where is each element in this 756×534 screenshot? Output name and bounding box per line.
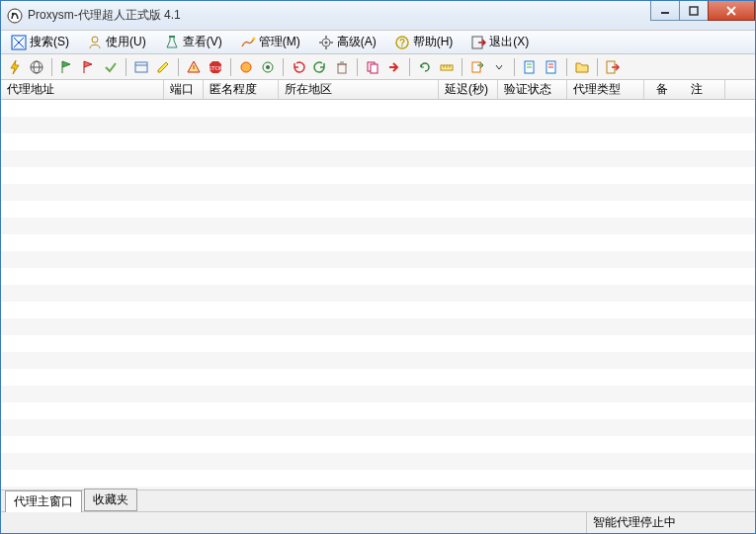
tab-label: 收藏夹 [93,492,128,506]
svg-rect-32 [338,64,346,73]
reload-green-icon[interactable] [310,57,330,77]
col-label: 延迟(秒) [445,81,488,98]
menu-label: 使用(U) [106,34,146,50]
separator [126,58,126,76]
menu-manage[interactable]: 管理(M) [234,32,306,52]
chevron-down-icon[interactable] [489,57,509,77]
svg-point-0 [8,9,22,23]
tabbar: 代理主窗口 收藏夹 [1,490,755,511]
col-label: 端口 [170,81,194,98]
statusbar: 智能代理停止中 [1,511,755,533]
menu-advanced[interactable]: 高级(A) [312,32,382,52]
svg-point-13 [324,41,327,44]
close-button[interactable] [708,1,755,21]
list-row-empty [1,134,755,150]
list-row-empty [1,268,755,285]
list-row-empty [1,251,755,268]
ruler-icon[interactable] [437,57,457,77]
window-controls [651,1,755,30]
menu-help[interactable]: ? 帮助(H) [388,32,460,52]
flask-icon [164,35,180,50]
col-label: 代理类型 [573,81,621,98]
separator [597,58,598,76]
col-label: 验证状态 [504,81,551,98]
minimize-button[interactable] [650,1,680,21]
titlebar: Proxysm-代理超人正式版 4.1 [1,1,755,31]
quit-icon[interactable] [603,57,623,77]
window-icon[interactable] [131,57,151,77]
menu-use[interactable]: 使用(U) [81,32,152,52]
list-row-empty [1,369,755,386]
list-row-empty [1,386,755,402]
col-label: 备 注 [656,81,713,98]
help-icon: ? [394,35,410,50]
stop-icon[interactable]: STOP [206,57,225,77]
col-address[interactable]: 代理地址 [1,80,164,99]
separator [462,58,462,76]
svg-point-29 [241,62,251,72]
flag-red-icon[interactable] [79,57,99,77]
user-icon [87,35,103,50]
svg-text:?: ? [399,38,405,48]
svg-point-11 [252,37,255,40]
svg-rect-41 [472,62,480,72]
menu-label: 查看(V) [183,34,222,50]
gear-icon [318,35,334,50]
svg-rect-10 [169,36,175,38]
svg-rect-24 [135,62,147,72]
col-region[interactable]: 所在地区 [279,80,439,99]
list-body[interactable] [1,100,755,490]
col-delay[interactable]: 延迟(秒) [439,80,498,99]
export-icon[interactable] [467,57,487,77]
warning-icon[interactable] [184,57,204,77]
record-icon[interactable] [236,57,256,77]
refresh-icon[interactable] [415,57,435,77]
menu-exit[interactable]: 退出(X) [464,32,535,52]
col-port[interactable]: 端口 [164,80,204,99]
search-icon [11,35,27,50]
tab-main[interactable]: 代理主窗口 [5,490,82,512]
col-type[interactable]: 代理类型 [567,80,644,99]
svg-rect-3 [690,7,698,15]
list-row-empty [1,402,755,419]
separator [230,58,231,76]
globe-icon[interactable] [27,57,46,77]
separator [514,58,515,76]
list-row-empty [1,150,755,167]
svg-point-31 [266,65,270,69]
svg-point-9 [92,37,98,43]
doc2-icon[interactable] [542,57,561,77]
col-label: 所在地区 [285,81,332,98]
menu-view[interactable]: 查看(V) [158,32,228,52]
check-icon[interactable] [101,57,121,77]
col-remark[interactable]: 备 注 [644,80,725,99]
menu-label: 退出(X) [489,34,529,50]
list-row-empty [1,117,755,134]
list-row-empty [1,335,755,352]
separator [566,58,567,76]
target-icon[interactable] [258,57,278,77]
copy-icon[interactable] [363,57,382,77]
trash-icon[interactable] [332,57,352,77]
flag-green-icon[interactable] [57,57,77,77]
list-header: 代理地址 端口 匿名程度 所在地区 延迟(秒) 验证状态 代理类型 备 注 [1,80,755,100]
col-anon[interactable]: 匿名程度 [204,80,279,99]
pencil-icon[interactable] [153,57,173,77]
status-text: 智能代理停止中 [593,514,676,531]
col-status[interactable]: 验证状态 [498,80,567,99]
folder-icon[interactable] [572,57,592,77]
reload-red-icon[interactable] [289,57,308,77]
list-row-empty [1,234,755,251]
col-label: 匿名程度 [210,81,257,98]
separator [283,58,284,76]
lightning-icon[interactable] [5,57,25,77]
separator [357,58,358,76]
manage-icon [240,35,256,50]
doc1-icon[interactable] [520,57,540,77]
svg-point-1 [12,12,14,14]
tab-fav[interactable]: 收藏夹 [84,489,137,511]
maximize-button[interactable] [679,1,709,21]
menu-search[interactable]: 搜索(S) [5,32,75,52]
arrow-red-icon[interactable] [384,57,404,77]
list-row-empty [1,201,755,218]
